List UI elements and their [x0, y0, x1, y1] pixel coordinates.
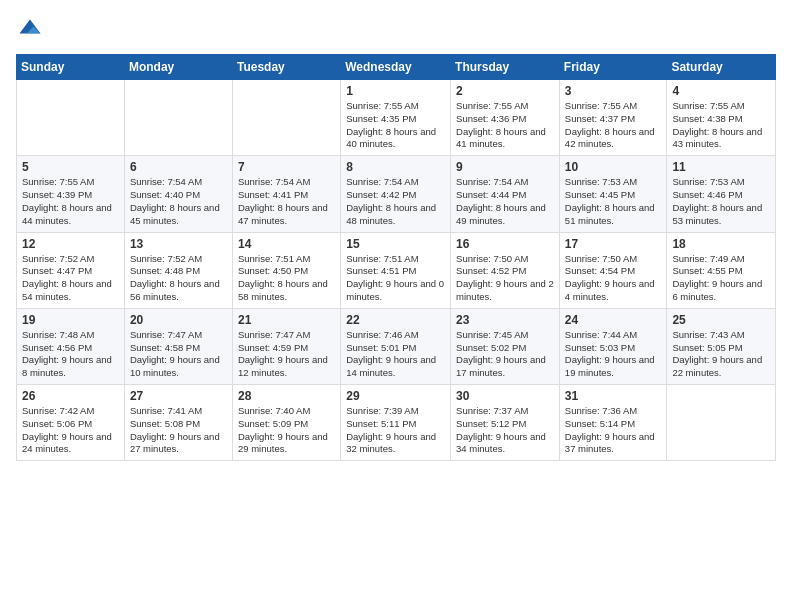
- calendar-cell: 3Sunrise: 7:55 AM Sunset: 4:37 PM Daylig…: [559, 80, 667, 156]
- day-content: Sunrise: 7:47 AM Sunset: 4:59 PM Dayligh…: [238, 329, 335, 380]
- day-number: 25: [672, 313, 770, 327]
- day-number: 27: [130, 389, 227, 403]
- day-content: Sunrise: 7:52 AM Sunset: 4:48 PM Dayligh…: [130, 253, 227, 304]
- calendar-cell: 13Sunrise: 7:52 AM Sunset: 4:48 PM Dayli…: [124, 232, 232, 308]
- day-content: Sunrise: 7:42 AM Sunset: 5:06 PM Dayligh…: [22, 405, 119, 456]
- calendar-cell: 24Sunrise: 7:44 AM Sunset: 5:03 PM Dayli…: [559, 308, 667, 384]
- day-content: Sunrise: 7:55 AM Sunset: 4:35 PM Dayligh…: [346, 100, 445, 151]
- day-number: 1: [346, 84, 445, 98]
- calendar-cell: 31Sunrise: 7:36 AM Sunset: 5:14 PM Dayli…: [559, 385, 667, 461]
- day-content: Sunrise: 7:50 AM Sunset: 4:54 PM Dayligh…: [565, 253, 662, 304]
- calendar-cell: 18Sunrise: 7:49 AM Sunset: 4:55 PM Dayli…: [667, 232, 776, 308]
- calendar-cell: 6Sunrise: 7:54 AM Sunset: 4:40 PM Daylig…: [124, 156, 232, 232]
- day-number: 20: [130, 313, 227, 327]
- day-number: 3: [565, 84, 662, 98]
- calendar-cell: 23Sunrise: 7:45 AM Sunset: 5:02 PM Dayli…: [451, 308, 560, 384]
- calendar-cell: 17Sunrise: 7:50 AM Sunset: 4:54 PM Dayli…: [559, 232, 667, 308]
- calendar-cell: 27Sunrise: 7:41 AM Sunset: 5:08 PM Dayli…: [124, 385, 232, 461]
- day-number: 23: [456, 313, 554, 327]
- logo: [16, 16, 48, 44]
- day-header-monday: Monday: [124, 55, 232, 80]
- day-content: Sunrise: 7:44 AM Sunset: 5:03 PM Dayligh…: [565, 329, 662, 380]
- day-content: Sunrise: 7:39 AM Sunset: 5:11 PM Dayligh…: [346, 405, 445, 456]
- day-content: Sunrise: 7:49 AM Sunset: 4:55 PM Dayligh…: [672, 253, 770, 304]
- day-number: 30: [456, 389, 554, 403]
- calendar-cell: 22Sunrise: 7:46 AM Sunset: 5:01 PM Dayli…: [341, 308, 451, 384]
- day-content: Sunrise: 7:54 AM Sunset: 4:42 PM Dayligh…: [346, 176, 445, 227]
- day-number: 17: [565, 237, 662, 251]
- day-number: 18: [672, 237, 770, 251]
- calendar-week-row: 5Sunrise: 7:55 AM Sunset: 4:39 PM Daylig…: [17, 156, 776, 232]
- day-content: Sunrise: 7:37 AM Sunset: 5:12 PM Dayligh…: [456, 405, 554, 456]
- calendar-cell: 12Sunrise: 7:52 AM Sunset: 4:47 PM Dayli…: [17, 232, 125, 308]
- day-content: Sunrise: 7:41 AM Sunset: 5:08 PM Dayligh…: [130, 405, 227, 456]
- calendar-cell: 19Sunrise: 7:48 AM Sunset: 4:56 PM Dayli…: [17, 308, 125, 384]
- day-content: Sunrise: 7:55 AM Sunset: 4:38 PM Dayligh…: [672, 100, 770, 151]
- day-number: 14: [238, 237, 335, 251]
- day-header-tuesday: Tuesday: [232, 55, 340, 80]
- calendar-week-row: 1Sunrise: 7:55 AM Sunset: 4:35 PM Daylig…: [17, 80, 776, 156]
- calendar-cell: 20Sunrise: 7:47 AM Sunset: 4:58 PM Dayli…: [124, 308, 232, 384]
- calendar-table: SundayMondayTuesdayWednesdayThursdayFrid…: [16, 54, 776, 461]
- day-number: 13: [130, 237, 227, 251]
- calendar-cell: 29Sunrise: 7:39 AM Sunset: 5:11 PM Dayli…: [341, 385, 451, 461]
- calendar-cell: 4Sunrise: 7:55 AM Sunset: 4:38 PM Daylig…: [667, 80, 776, 156]
- calendar-cell: 25Sunrise: 7:43 AM Sunset: 5:05 PM Dayli…: [667, 308, 776, 384]
- day-content: Sunrise: 7:54 AM Sunset: 4:40 PM Dayligh…: [130, 176, 227, 227]
- day-number: 4: [672, 84, 770, 98]
- calendar-cell: 16Sunrise: 7:50 AM Sunset: 4:52 PM Dayli…: [451, 232, 560, 308]
- day-content: Sunrise: 7:36 AM Sunset: 5:14 PM Dayligh…: [565, 405, 662, 456]
- day-content: Sunrise: 7:55 AM Sunset: 4:36 PM Dayligh…: [456, 100, 554, 151]
- day-header-wednesday: Wednesday: [341, 55, 451, 80]
- calendar-week-row: 19Sunrise: 7:48 AM Sunset: 4:56 PM Dayli…: [17, 308, 776, 384]
- day-content: Sunrise: 7:53 AM Sunset: 4:45 PM Dayligh…: [565, 176, 662, 227]
- day-number: 21: [238, 313, 335, 327]
- day-number: 19: [22, 313, 119, 327]
- day-number: 28: [238, 389, 335, 403]
- day-content: Sunrise: 7:47 AM Sunset: 4:58 PM Dayligh…: [130, 329, 227, 380]
- calendar-cell: 30Sunrise: 7:37 AM Sunset: 5:12 PM Dayli…: [451, 385, 560, 461]
- day-number: 22: [346, 313, 445, 327]
- day-number: 26: [22, 389, 119, 403]
- day-number: 9: [456, 160, 554, 174]
- day-content: Sunrise: 7:55 AM Sunset: 4:39 PM Dayligh…: [22, 176, 119, 227]
- day-content: Sunrise: 7:53 AM Sunset: 4:46 PM Dayligh…: [672, 176, 770, 227]
- calendar-cell: 28Sunrise: 7:40 AM Sunset: 5:09 PM Dayli…: [232, 385, 340, 461]
- calendar-cell: 10Sunrise: 7:53 AM Sunset: 4:45 PM Dayli…: [559, 156, 667, 232]
- calendar-cell: [232, 80, 340, 156]
- day-content: Sunrise: 7:55 AM Sunset: 4:37 PM Dayligh…: [565, 100, 662, 151]
- calendar-cell: 7Sunrise: 7:54 AM Sunset: 4:41 PM Daylig…: [232, 156, 340, 232]
- calendar-cell: [667, 385, 776, 461]
- calendar-cell: 9Sunrise: 7:54 AM Sunset: 4:44 PM Daylig…: [451, 156, 560, 232]
- day-content: Sunrise: 7:40 AM Sunset: 5:09 PM Dayligh…: [238, 405, 335, 456]
- day-content: Sunrise: 7:45 AM Sunset: 5:02 PM Dayligh…: [456, 329, 554, 380]
- calendar-cell: 14Sunrise: 7:51 AM Sunset: 4:50 PM Dayli…: [232, 232, 340, 308]
- calendar-cell: 21Sunrise: 7:47 AM Sunset: 4:59 PM Dayli…: [232, 308, 340, 384]
- day-number: 5: [22, 160, 119, 174]
- day-header-thursday: Thursday: [451, 55, 560, 80]
- day-number: 31: [565, 389, 662, 403]
- day-number: 12: [22, 237, 119, 251]
- day-content: Sunrise: 7:50 AM Sunset: 4:52 PM Dayligh…: [456, 253, 554, 304]
- calendar-cell: 26Sunrise: 7:42 AM Sunset: 5:06 PM Dayli…: [17, 385, 125, 461]
- day-number: 16: [456, 237, 554, 251]
- day-content: Sunrise: 7:51 AM Sunset: 4:50 PM Dayligh…: [238, 253, 335, 304]
- calendar-cell: 5Sunrise: 7:55 AM Sunset: 4:39 PM Daylig…: [17, 156, 125, 232]
- day-content: Sunrise: 7:43 AM Sunset: 5:05 PM Dayligh…: [672, 329, 770, 380]
- day-header-friday: Friday: [559, 55, 667, 80]
- calendar-cell: 1Sunrise: 7:55 AM Sunset: 4:35 PM Daylig…: [341, 80, 451, 156]
- page-header: [16, 16, 776, 44]
- day-number: 2: [456, 84, 554, 98]
- day-number: 6: [130, 160, 227, 174]
- calendar-cell: 15Sunrise: 7:51 AM Sunset: 4:51 PM Dayli…: [341, 232, 451, 308]
- day-content: Sunrise: 7:52 AM Sunset: 4:47 PM Dayligh…: [22, 253, 119, 304]
- day-number: 15: [346, 237, 445, 251]
- calendar-week-row: 12Sunrise: 7:52 AM Sunset: 4:47 PM Dayli…: [17, 232, 776, 308]
- day-number: 7: [238, 160, 335, 174]
- calendar-cell: 8Sunrise: 7:54 AM Sunset: 4:42 PM Daylig…: [341, 156, 451, 232]
- calendar-cell: [17, 80, 125, 156]
- calendar-week-row: 26Sunrise: 7:42 AM Sunset: 5:06 PM Dayli…: [17, 385, 776, 461]
- calendar-cell: 2Sunrise: 7:55 AM Sunset: 4:36 PM Daylig…: [451, 80, 560, 156]
- day-content: Sunrise: 7:54 AM Sunset: 4:41 PM Dayligh…: [238, 176, 335, 227]
- day-content: Sunrise: 7:51 AM Sunset: 4:51 PM Dayligh…: [346, 253, 445, 304]
